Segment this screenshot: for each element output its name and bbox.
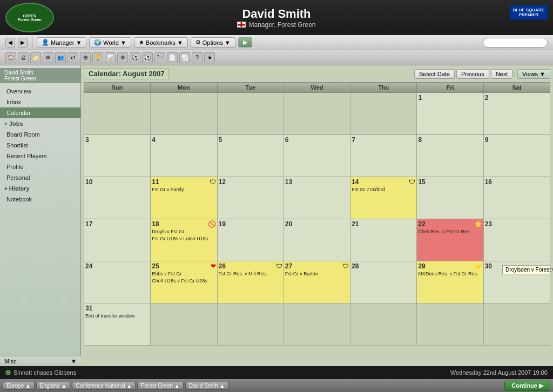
day-19[interactable]: 19 — [217, 219, 284, 261]
day-empty-2[interactable] — [217, 303, 284, 346]
day-1[interactable]: 1 — [417, 93, 483, 135]
sidebar-item-personal[interactable]: Personal — [0, 172, 80, 183]
calendar-week-2: 3 4 5 6 7 8 9 — [84, 135, 550, 177]
day-10[interactable]: 10 — [84, 177, 151, 219]
calendar-week-3: 10 11 Fst Gr v Farsly 🛡 12 13 14 Fst Gr … — [84, 177, 550, 219]
nav-back[interactable]: ◀ — [5, 38, 15, 48]
sidebar-item-notebook[interactable]: Notebook — [0, 194, 80, 205]
col-sat: Sat — [483, 83, 550, 93]
day-empty-6[interactable] — [483, 303, 550, 346]
day-empty-1[interactable] — [151, 303, 217, 346]
day-22[interactable]: 22 Chelt Res. v Fst Gr Res. ⭐ — [417, 219, 483, 261]
sidebar-item-overview[interactable]: Overview — [0, 86, 80, 97]
day-6[interactable]: 6 — [284, 135, 350, 177]
day-16[interactable]: 16 — [483, 177, 550, 219]
day-20[interactable]: 20 — [284, 219, 350, 261]
manager-name: David Smith — [237, 7, 315, 21]
continue-button[interactable]: Continue ▶ — [504, 381, 550, 391]
star-icon[interactable]: ★ — [204, 52, 215, 63]
day-28[interactable]: 28 — [350, 261, 417, 303]
manager-title: David Smith Manager, Forest Green — [237, 7, 315, 29]
day-18[interactable]: 18 Droyls v Fst Gr Fst Gr U18s v Luton U… — [151, 219, 217, 261]
breadcrumb-conference[interactable]: Conference National ▲ — [72, 382, 136, 390]
doc-icon[interactable]: 📄 — [167, 52, 178, 63]
views-btn[interactable]: Views ▼ — [517, 69, 550, 79]
options-menu[interactable]: ⚙ Options ▼ — [191, 37, 235, 48]
day-26[interactable]: 26 Fst Gr Res. v Mill Res. 🛡 — [217, 261, 284, 303]
top-header: GREEN Forest Green David Smith Manager, … — [0, 0, 553, 35]
sidebar-item-profile[interactable]: Profile — [0, 161, 80, 172]
day-cell[interactable] — [350, 93, 417, 135]
nav-forward[interactable]: ▶ — [18, 38, 28, 48]
day-5[interactable]: 5 — [217, 135, 284, 177]
config-icon[interactable]: ⚙ — [117, 52, 128, 63]
day-7[interactable]: 7 — [350, 135, 417, 177]
ball-icon[interactable]: ⚽ — [142, 52, 153, 63]
day-21[interactable]: 21 — [350, 219, 417, 261]
previous-btn[interactable]: Previous — [456, 69, 489, 79]
misc-arrow: ▼ — [71, 358, 77, 364]
forward-btn[interactable]: ▶ — [238, 37, 252, 48]
day-27[interactable]: 27 Fst Gr v Burton 🛡 — [284, 261, 350, 303]
misc-dropdown[interactable]: Misc ▼ — [0, 356, 81, 366]
calendar-week-5: 24 25 Ebbs v Fst Gr Chelt U18s v Fst Gr … — [84, 261, 550, 303]
tactics-icon[interactable]: ⊞ — [80, 52, 91, 63]
breadcrumb-england[interactable]: England ▲ — [36, 382, 70, 390]
day-empty-3[interactable] — [284, 303, 350, 346]
day-11[interactable]: 11 Fst Gr v Farsly 🛡 — [151, 177, 217, 219]
day-empty-5[interactable] — [417, 303, 483, 346]
scout-icon[interactable]: 🔭 — [154, 52, 165, 63]
trophy-icon[interactable]: 🏆 — [92, 52, 103, 63]
day-14[interactable]: 14 Fst Gr v Oxford 🛡 — [350, 177, 417, 219]
club-logo-text: GREEN Forest Green — [18, 14, 42, 22]
gear2-icon[interactable]: ⚽ — [130, 52, 140, 63]
day-3[interactable]: 3 — [84, 135, 151, 177]
sidebar-item-inbox[interactable]: Inbox — [0, 97, 80, 107]
col-thu: Thu — [350, 83, 417, 93]
day-4[interactable]: 4 — [151, 135, 217, 177]
breadcrumb-europe[interactable]: Europe ▲ — [3, 382, 35, 390]
day-empty-4[interactable] — [350, 303, 417, 346]
day-23[interactable]: 23 — [483, 219, 550, 261]
day-15[interactable]: 15 — [417, 177, 483, 219]
calendar-week-6: 31 End of transfer window — [84, 303, 550, 346]
chart-icon[interactable]: 📈 — [179, 52, 190, 63]
folder-icon[interactable]: 📁 — [30, 52, 41, 63]
day-8[interactable]: 8 — [417, 135, 483, 177]
day-cell[interactable] — [217, 93, 284, 135]
sidebar-item-boardroom[interactable]: Board Room — [0, 129, 80, 140]
day-12[interactable]: 12 — [217, 177, 284, 219]
print-icon[interactable]: 🖨 — [18, 52, 29, 63]
day-2[interactable]: 2 — [483, 93, 550, 135]
breadcrumb-forest-green[interactable]: Forest Green ▲ — [137, 382, 184, 390]
people-icon[interactable]: 👥 — [55, 52, 66, 63]
day-17[interactable]: 17 — [84, 219, 151, 261]
world-menu[interactable]: 🌍 World ▼ — [89, 37, 131, 48]
sidebar-item-calendar[interactable]: Calendar — [0, 107, 80, 118]
sidebar-section-jobs: + Jobs — [0, 118, 80, 129]
day-cell[interactable] — [151, 93, 217, 135]
breadcrumb-david-smith[interactable]: David Smith ▲ — [185, 382, 229, 390]
next-btn[interactable]: Next — [491, 69, 513, 79]
sidebar-item-shortlist[interactable]: Shortlist — [0, 140, 80, 151]
help-icon[interactable]: ? — [192, 52, 203, 63]
analysis-icon[interactable]: 📊 — [105, 52, 116, 63]
search-input[interactable] — [483, 38, 548, 48]
day-29[interactable]: 29 MKDons Res. v Fst Gr Res. ⭐ — [417, 261, 483, 303]
home-icon[interactable]: 🏠 — [5, 52, 16, 63]
bookmarks-menu[interactable]: ★ Bookmarks ▼ — [134, 37, 188, 48]
sidebar-user: David Smith Forest Green — [0, 68, 80, 83]
day-31[interactable]: 31 End of transfer window — [84, 303, 151, 346]
day-cell[interactable] — [284, 93, 350, 135]
day-13[interactable]: 13 — [284, 177, 350, 219]
day-cell[interactable] — [84, 93, 151, 135]
transfer-icon[interactable]: ⇄ — [68, 52, 78, 63]
sidebar-item-recentplayers[interactable]: Recent Players — [0, 151, 80, 161]
status-datetime: Wednesday 22nd August 2007 19:00 — [450, 369, 548, 376]
day-25[interactable]: 25 Ebbs v Fst Gr Chelt U18s v Fst Gr U18… — [151, 261, 217, 303]
select-date-btn[interactable]: Select Date — [414, 69, 455, 79]
manager-menu[interactable]: 👤 Manager ▼ — [37, 37, 86, 48]
day-9[interactable]: 9 — [483, 135, 550, 177]
day-24[interactable]: 24 — [84, 261, 151, 303]
mail-icon[interactable]: ✉ — [43, 52, 53, 63]
